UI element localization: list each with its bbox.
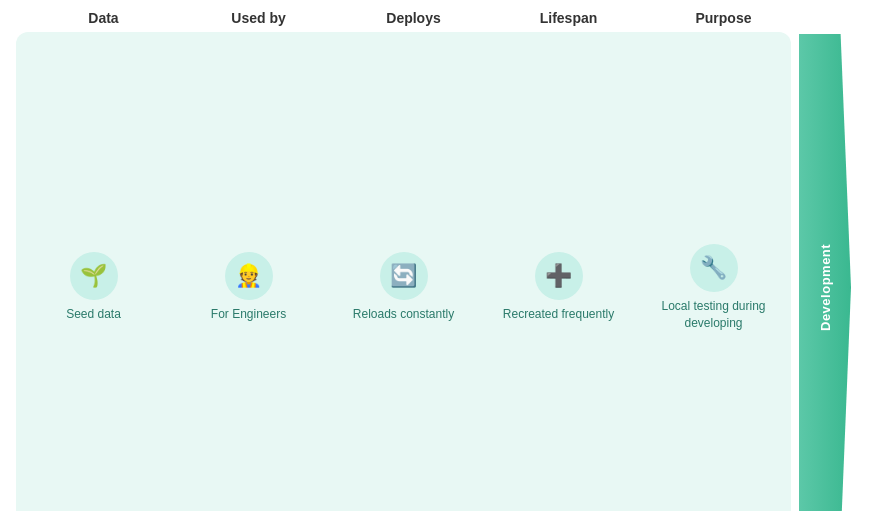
- dev-icon-1: 👷: [225, 252, 273, 300]
- dev-side-label: Development: [795, 32, 855, 511]
- column-header-deploys: Deploys: [336, 10, 491, 26]
- dev-cell-0: 🌱Seed data: [16, 40, 171, 511]
- dev-label-4: Local testing during developing: [642, 298, 785, 330]
- dev-icon-0: 🌱: [70, 252, 118, 300]
- dev-icon-2: 🔄: [380, 252, 428, 300]
- dev-grid: 🌱Seed data👷For Engineers🔄Reloads constan…: [16, 32, 791, 511]
- column-header-used-by: Used by: [181, 10, 336, 26]
- dev-icon-3: ➕: [535, 252, 583, 300]
- column-header-data: Data: [26, 10, 181, 26]
- dev-cell-2: 🔄Reloads constantly: [326, 40, 481, 511]
- dev-label-1: For Engineers: [211, 306, 286, 322]
- dev-cell-4: 🔧Local testing during developing: [636, 40, 791, 511]
- dev-label-0: Seed data: [66, 306, 121, 322]
- column-headers: DataUsed byDeploysLifespanPurpose: [26, 10, 855, 26]
- dev-icon-4: 🔧: [690, 244, 738, 292]
- dev-cell-1: 👷For Engineers: [171, 40, 326, 511]
- dev-cell-3: ➕Recreated frequently: [481, 40, 636, 511]
- dev-arrow-text: Development: [799, 34, 851, 511]
- column-header-purpose: Purpose: [646, 10, 801, 26]
- main-table: DataUsed byDeploysLifespanPurpose 🌱Seed …: [0, 0, 871, 511]
- dev-arrow: Development: [799, 34, 851, 511]
- dev-label-3: Recreated frequently: [503, 306, 614, 322]
- dev-label-2: Reloads constantly: [353, 306, 454, 322]
- column-header-lifespan: Lifespan: [491, 10, 646, 26]
- section-dev: 🌱Seed data👷For Engineers🔄Reloads constan…: [16, 32, 855, 511]
